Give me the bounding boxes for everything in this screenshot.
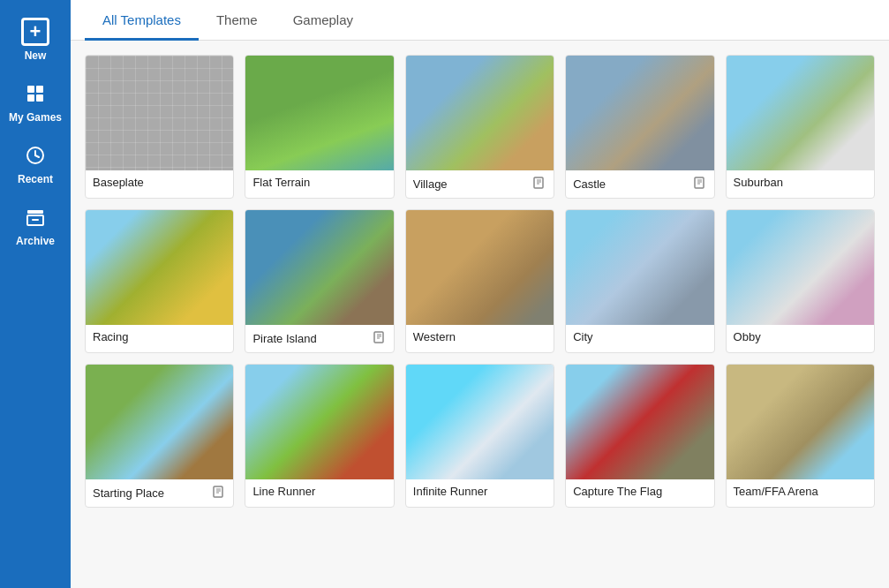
template-thumb-infinite-runner xyxy=(406,365,554,479)
template-thumb-baseplate xyxy=(86,56,233,170)
template-label-baseplate: Baseplate xyxy=(86,170,233,194)
template-card-castle[interactable]: Castle xyxy=(565,55,714,199)
template-label-capture-the-flag: Capture The Flag xyxy=(566,479,713,503)
archive-icon xyxy=(25,207,46,231)
tab-theme[interactable]: Theme xyxy=(199,0,275,40)
template-label-obby: Obby xyxy=(727,325,874,349)
clock-icon xyxy=(25,145,46,170)
template-card-pirate-island[interactable]: Pirate Island xyxy=(245,209,394,353)
svg-rect-2 xyxy=(27,94,34,102)
template-thumb-village xyxy=(406,56,554,170)
svg-rect-7 xyxy=(27,210,43,214)
sidebar: + New My Games Recent xyxy=(0,0,71,588)
sidebar-item-archive-label: Archive xyxy=(16,235,55,247)
template-thumb-city xyxy=(566,210,713,325)
template-thumb-western xyxy=(406,210,554,325)
template-label-castle: Castle xyxy=(566,170,713,198)
template-card-capture-the-flag[interactable]: Capture The Flag xyxy=(565,364,714,508)
template-label-city: City xyxy=(566,325,713,349)
svg-rect-0 xyxy=(27,86,34,93)
template-card-city[interactable]: City xyxy=(565,209,714,353)
svg-rect-10 xyxy=(534,177,543,188)
template-thumb-capture-the-flag xyxy=(566,365,713,479)
tab-bar: All Templates Theme Gameplay xyxy=(71,0,889,41)
sidebar-item-new[interactable]: + New xyxy=(0,7,71,72)
template-label-team-ffa-arena: Team/FFA Arena xyxy=(727,479,874,503)
template-card-western[interactable]: Western xyxy=(405,209,554,353)
template-thumb-team-ffa-arena xyxy=(727,365,874,479)
template-label-suburban: Suburban xyxy=(727,170,874,194)
svg-rect-18 xyxy=(374,332,383,343)
main-content: All Templates Theme Gameplay BaseplateFl… xyxy=(71,0,889,588)
template-thumb-line-runner xyxy=(245,365,393,479)
template-thumb-starting-place xyxy=(86,365,233,479)
svg-rect-3 xyxy=(36,94,43,102)
template-label-starting-place: Starting Place xyxy=(86,479,233,507)
sidebar-item-new-label: New xyxy=(25,49,47,62)
template-card-suburban[interactable]: Suburban xyxy=(726,55,875,199)
template-label-line-runner: Line Runner xyxy=(245,479,393,503)
svg-rect-14 xyxy=(695,177,704,188)
template-label-pirate-island: Pirate Island xyxy=(245,325,393,352)
sidebar-item-recent[interactable]: Recent xyxy=(0,134,71,196)
template-label-village: Village xyxy=(406,170,554,198)
template-thumb-pirate-island xyxy=(245,210,393,325)
sidebar-item-recent-label: Recent xyxy=(18,173,53,185)
template-label-flat-terrain: Flat Terrain xyxy=(245,170,393,194)
template-thumb-suburban xyxy=(727,56,874,170)
book-icon xyxy=(212,485,226,501)
games-icon xyxy=(25,83,46,108)
template-card-starting-place[interactable]: Starting Place xyxy=(85,364,234,508)
sidebar-item-archive[interactable]: Archive xyxy=(0,196,71,258)
sidebar-item-my-games[interactable]: My Games xyxy=(0,72,71,134)
tab-all-templates[interactable]: All Templates xyxy=(85,0,199,40)
tab-gameplay[interactable]: Gameplay xyxy=(275,0,371,40)
template-card-team-ffa-arena[interactable]: Team/FFA Arena xyxy=(726,364,875,508)
template-label-infinite-runner: Infinite Runner xyxy=(406,479,554,503)
svg-rect-22 xyxy=(214,486,222,497)
template-card-baseplate[interactable]: Baseplate xyxy=(85,55,234,199)
template-thumb-racing xyxy=(86,210,233,325)
template-label-racing: Racing xyxy=(86,325,233,349)
book-icon xyxy=(373,330,387,347)
template-card-infinite-runner[interactable]: Infinite Runner xyxy=(405,364,554,508)
template-grid: BaseplateFlat TerrainVillage Castle Subu… xyxy=(71,41,889,588)
template-card-racing[interactable]: Racing xyxy=(85,209,234,353)
plus-icon: + xyxy=(21,18,49,46)
template-label-western: Western xyxy=(406,325,554,349)
book-icon xyxy=(532,176,546,192)
svg-rect-1 xyxy=(36,86,43,93)
template-card-line-runner[interactable]: Line Runner xyxy=(245,364,394,508)
template-card-flat-terrain[interactable]: Flat Terrain xyxy=(245,55,394,199)
template-thumb-obby xyxy=(727,210,874,325)
svg-line-6 xyxy=(35,155,39,157)
template-card-village[interactable]: Village xyxy=(405,55,554,199)
template-thumb-castle xyxy=(566,56,713,170)
template-thumb-flat-terrain xyxy=(245,56,393,170)
book-icon xyxy=(693,176,707,192)
sidebar-item-my-games-label: My Games xyxy=(9,111,62,124)
template-card-obby[interactable]: Obby xyxy=(726,209,875,353)
